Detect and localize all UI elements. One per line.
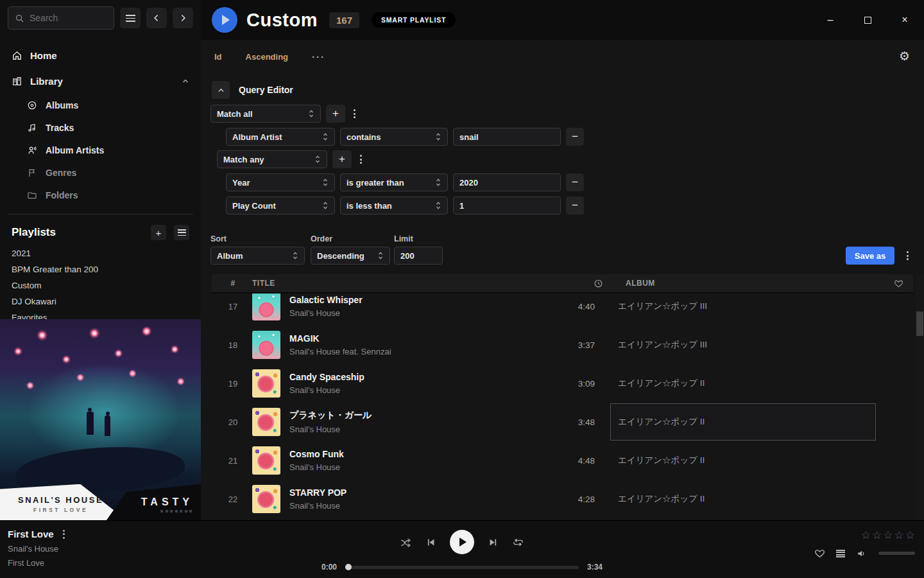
queue-icon[interactable]: [836, 550, 845, 557]
back-button[interactable]: [146, 8, 167, 28]
maximize-button[interactable]: [859, 11, 877, 29]
track-artist[interactable]: Snail's House: [289, 308, 550, 318]
track-row[interactable]: 21 Cosmo Funk Snail's House 4:48 エイリアン☆ポ…: [201, 441, 924, 480]
column-header-album[interactable]: ALBUM: [603, 279, 884, 288]
limit-input[interactable]: [400, 251, 436, 261]
track-row[interactable]: 19 Candy Spaceship Snail's House 3:09 エイ…: [201, 364, 924, 403]
more-options-button[interactable]: ···: [312, 51, 325, 62]
track-album-cell[interactable]: エイリアン☆ポップ II: [610, 403, 876, 441]
rule-value-input[interactable]: [459, 178, 554, 188]
remove-rule-button[interactable]: −: [566, 173, 584, 191]
column-header-favorite[interactable]: [884, 279, 913, 288]
now-playing-album[interactable]: First Love: [8, 558, 65, 568]
track-album-cell[interactable]: エイリアン☆ポップ III: [610, 293, 876, 325]
track-artist[interactable]: Snail's House: [289, 385, 550, 395]
sidebar-item-tracks[interactable]: Tracks: [27, 116, 193, 139]
track-row[interactable]: 17 Galactic Whisper Snail's House 4:40 エ…: [201, 293, 924, 326]
sidebar-item-home[interactable]: Home: [8, 42, 193, 68]
star-icon[interactable]: ☆: [905, 529, 915, 542]
star-icon[interactable]: ☆: [861, 529, 871, 542]
close-button[interactable]: ×: [896, 11, 914, 29]
rule-value-input[interactable]: [459, 132, 554, 142]
column-header-duration[interactable]: [558, 279, 603, 288]
save-as-button[interactable]: Save as: [846, 247, 894, 265]
now-playing-menu-button[interactable]: [63, 530, 65, 539]
rule-operator-select[interactable]: is less than: [340, 197, 448, 215]
sidebar-item-folders[interactable]: Folders: [27, 184, 193, 206]
track-album-cell[interactable]: エイリアン☆ポップ II: [610, 480, 876, 518]
playlist-item[interactable]: Custom: [12, 277, 189, 293]
rule-operator-select[interactable]: contains: [340, 128, 448, 146]
scrollbar-thumb[interactable]: [916, 311, 923, 336]
rule-field-select[interactable]: Play Count: [226, 197, 335, 215]
playlist-item[interactable]: DJ Okawari: [12, 293, 189, 310]
order-select[interactable]: Descending: [311, 247, 390, 265]
column-header-number[interactable]: #: [220, 279, 246, 288]
repeat-button[interactable]: [512, 537, 524, 548]
rule-operator-select[interactable]: is greater than: [340, 173, 448, 191]
match-type-select[interactable]: Match any: [217, 150, 327, 168]
add-rule-button[interactable]: +: [326, 105, 345, 123]
track-artist[interactable]: Snail's House: [289, 501, 550, 511]
total-time: 3:34: [587, 563, 613, 572]
sidebar-item-library[interactable]: Library: [8, 68, 193, 94]
remove-rule-button[interactable]: −: [566, 197, 584, 215]
track-artist[interactable]: Snail's House: [289, 425, 550, 434]
volume-icon[interactable]: [856, 548, 868, 559]
group-menu-button[interactable]: [356, 150, 365, 168]
sort-order-control[interactable]: Ascending: [246, 52, 288, 62]
search-box[interactable]: [8, 6, 114, 30]
star-icon[interactable]: ☆: [872, 529, 882, 542]
minimize-button[interactable]: –: [821, 11, 839, 29]
sidebar-item-albums[interactable]: Albums: [27, 94, 193, 116]
sort-select[interactable]: Album: [210, 247, 305, 265]
shuffle-button[interactable]: [400, 537, 412, 548]
track-number: 18: [220, 340, 246, 350]
track-artist[interactable]: Snail's House feat. Sennzai: [289, 347, 550, 356]
add-playlist-button[interactable]: +: [151, 225, 166, 240]
volume-slider[interactable]: [878, 552, 915, 555]
query-editor-collapse-button[interactable]: [212, 81, 230, 99]
previous-track-button[interactable]: [425, 537, 436, 548]
star-icon[interactable]: ☆: [894, 529, 904, 542]
playlist-item[interactable]: 2021: [12, 245, 189, 261]
track-album-cell[interactable]: エイリアン☆ポップ II: [610, 365, 876, 402]
track-album-cell[interactable]: エイリアン☆ポップ III: [610, 326, 876, 363]
rating-stars[interactable]: ☆☆☆☆☆: [861, 529, 915, 542]
rule-value-input[interactable]: [459, 201, 554, 211]
play-playlist-button[interactable]: [212, 7, 237, 33]
track-row[interactable]: 22 STARRY POP Snail's House 4:28 エイリアン☆ポ…: [201, 480, 924, 518]
menu-button[interactable]: [120, 8, 141, 28]
now-playing-artist[interactable]: Snail's House: [8, 544, 65, 554]
play-pause-button[interactable]: [450, 530, 474, 554]
track-artist[interactable]: Snail's House: [289, 462, 550, 472]
search-input[interactable]: [30, 13, 107, 23]
star-icon[interactable]: ☆: [883, 529, 893, 542]
next-track-button[interactable]: [488, 537, 499, 548]
sort-field-control[interactable]: Id: [214, 52, 222, 62]
playlist-list-button[interactable]: [174, 225, 189, 240]
remove-rule-button[interactable]: −: [566, 128, 584, 146]
gear-icon[interactable]: ⚙: [899, 49, 910, 64]
save-menu-button[interactable]: [903, 247, 912, 265]
favorite-heart-icon[interactable]: [814, 548, 825, 559]
track-row[interactable]: 20 プラネット・ガール Snail's House 3:48 エイリアン☆ポッ…: [201, 403, 924, 441]
seek-slider[interactable]: [345, 566, 579, 569]
track-row[interactable]: 18 MAGIK Snail's House feat. Sennzai 3:3…: [201, 326, 924, 364]
match-type-select[interactable]: Match all: [210, 105, 321, 123]
add-rule-button[interactable]: +: [332, 150, 352, 168]
playlist-item[interactable]: BPM Greater than 200: [12, 261, 189, 277]
table-scrollbar[interactable]: [916, 274, 924, 520]
sidebar-item-album-artists[interactable]: Album Artists: [27, 139, 193, 161]
seek-handle[interactable]: [345, 564, 352, 570]
chevron-up-icon[interactable]: [182, 77, 189, 85]
column-header-title[interactable]: TITLE: [252, 279, 558, 288]
now-playing-title[interactable]: First Love: [8, 529, 54, 539]
sidebar-item-genres[interactable]: Genres: [27, 161, 193, 184]
now-playing-cover-art[interactable]: SNAIL'S HOUSE FIRST LOVE TASTY: [0, 319, 201, 520]
group-menu-button[interactable]: [350, 105, 359, 123]
forward-button[interactable]: [173, 8, 193, 28]
rule-field-select[interactable]: Album Artist: [226, 128, 335, 146]
rule-field-select[interactable]: Year: [226, 173, 335, 191]
track-album-cell[interactable]: エイリアン☆ポップ II: [610, 442, 876, 479]
